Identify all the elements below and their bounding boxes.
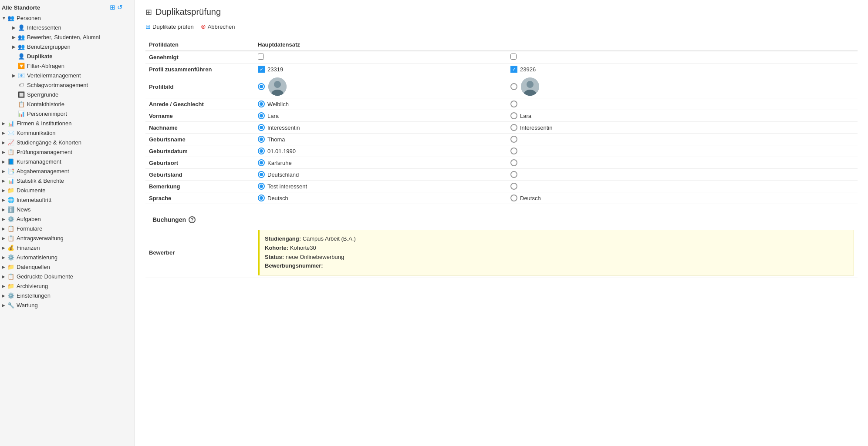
sidebar-item-interessenten[interactable]: ▶ 👤 Interessenten bbox=[0, 23, 135, 32]
radio-geburtsland-left[interactable] bbox=[258, 171, 265, 178]
sidebar-item-kontakthistorie[interactable]: 📋 Kontakthistorie bbox=[0, 99, 135, 109]
sidebar-item-personenimport[interactable]: 📊 Personenimport bbox=[0, 109, 135, 118]
collapse-all-icon[interactable]: — bbox=[125, 3, 131, 11]
antragsverwaltung-icon: 📋 bbox=[7, 234, 15, 242]
sidebar-item-dokumente[interactable]: ▶ 📁 Dokumente bbox=[0, 185, 135, 195]
sidebar-item-schlagwortmanagement[interactable]: 🏷 Schlagwortmanagement bbox=[0, 80, 135, 90]
sidebar-item-firmen[interactable]: ▶ 📊 Firmen & Institutionen bbox=[0, 118, 135, 128]
radio-vorname-right[interactable] bbox=[510, 112, 517, 119]
sidebar-item-statistik[interactable]: ▶ 📊 Statistik & Berichte bbox=[0, 176, 135, 185]
sidebar-item-datenquellen[interactable]: ▶ 📁 Datenquellen bbox=[0, 262, 135, 272]
checkbox-genehmigt-left[interactable] bbox=[258, 54, 264, 60]
sidebar-item-einstellungen[interactable]: ▶ ⚙️ Einstellungen bbox=[0, 291, 135, 300]
row-right-profilbild[interactable] bbox=[507, 75, 858, 98]
radio-vorname-left[interactable] bbox=[258, 112, 265, 119]
row-right-anrede[interactable] bbox=[507, 98, 858, 110]
status-value: neue Onlinebewerbung bbox=[286, 254, 344, 260]
row-left-sprache[interactable]: Deutsch bbox=[254, 192, 507, 204]
row-right-sprache[interactable]: Deutsch bbox=[507, 192, 858, 204]
sidebar-item-studiengaenge[interactable]: ▶ 📈 Studiengänge & Kohorten bbox=[0, 137, 135, 147]
radio-anrede-left[interactable] bbox=[258, 101, 265, 107]
row-right-geburtsland[interactable] bbox=[507, 169, 858, 181]
sidebar-item-personen[interactable]: ▼ 👥 Personen bbox=[0, 13, 135, 23]
sidebar-item-verteilermanagement[interactable]: ▶ 📧 Verteilermanagement bbox=[0, 70, 135, 80]
row-left-nachname[interactable]: Interessentin bbox=[254, 122, 507, 134]
radio-geburtsname-left[interactable] bbox=[258, 136, 265, 143]
sidebar-item-bewerber[interactable]: ▶ 👥 Bewerber, Studenten, Alumni bbox=[0, 32, 135, 42]
bookings-help-icon[interactable]: ? bbox=[189, 216, 196, 223]
row-right-profil[interactable]: ✓ 23926 bbox=[507, 64, 858, 75]
checkbox-profil-left[interactable]: ✓ bbox=[258, 66, 265, 73]
radio-geburtsname-right[interactable] bbox=[510, 136, 517, 143]
expand-arrow: ▶ bbox=[2, 274, 7, 279]
radio-profilbild-right[interactable] bbox=[510, 83, 517, 90]
sidebar-item-gedruckte-dokumente[interactable]: ▶ 📋 Gedruckte Dokumente bbox=[0, 272, 135, 281]
row-left-geburtsort[interactable]: Karlsruhe bbox=[254, 157, 507, 169]
sidebar-item-internetauftritt[interactable]: ▶ 🌐 Internetauftritt bbox=[0, 195, 135, 205]
sidebar-item-news[interactable]: ▶ ℹ️ News bbox=[0, 205, 135, 214]
sidebar-item-kursmanagement[interactable]: ▶ 📘 Kursmanagement bbox=[0, 157, 135, 166]
table-row-bemerkung: Bemerkung Test interessent bbox=[145, 181, 858, 192]
row-right-vorname[interactable]: Lara bbox=[507, 110, 858, 122]
aufgaben-icon: ⚙️ bbox=[7, 215, 15, 223]
row-right-nachname[interactable]: Interessentin bbox=[507, 122, 858, 134]
row-right-geburtsdatum[interactable] bbox=[507, 145, 858, 157]
sidebar-item-filter-abfragen[interactable]: 🔽 Filter-Abfragen bbox=[0, 61, 135, 70]
sidebar-item-label: Schlagwortmanagement bbox=[27, 82, 88, 88]
radio-geburtsort-left[interactable] bbox=[258, 159, 265, 166]
radio-profilbild-left[interactable] bbox=[258, 83, 265, 90]
radio-anrede-right[interactable] bbox=[510, 101, 517, 107]
sidebar-item-pruefungsmanagement[interactable]: ▶ 📋 Prüfungsmanagement bbox=[0, 147, 135, 157]
sidebar-item-finanzen[interactable]: ▶ 💰 Finanzen bbox=[0, 243, 135, 252]
radio-sprache-right[interactable] bbox=[510, 194, 517, 201]
abgabemanagement-icon: 📑 bbox=[7, 167, 15, 175]
row-left-geburtsland[interactable]: Deutschland bbox=[254, 169, 507, 181]
row-left-profil[interactable]: ✓ 23319 bbox=[254, 64, 507, 75]
sidebar-item-label: Wartung bbox=[17, 302, 38, 309]
expand-all-icon[interactable]: ⊞ bbox=[110, 3, 115, 11]
row-left-geburtsdatum[interactable]: 01.01.1990 bbox=[254, 145, 507, 157]
sidebar-item-automatisierung[interactable]: ▶ ⚙️ Automatisierung bbox=[0, 252, 135, 262]
row-left-bemerkung[interactable]: Test interessent bbox=[254, 181, 507, 192]
kommunikation-icon: ✉️ bbox=[7, 129, 15, 137]
sidebar-item-archivierung[interactable]: ▶ 📁 Archivierung bbox=[0, 281, 135, 291]
check-duplicates-button[interactable]: ⊞ Duplikate prüfen bbox=[145, 23, 194, 30]
sidebar-item-antragsverwaltung[interactable]: ▶ 📋 Antragsverwaltung bbox=[0, 233, 135, 243]
radio-geburtsdatum-left[interactable] bbox=[258, 148, 265, 154]
verteilermanagement-icon: 📧 bbox=[17, 71, 25, 79]
checkbox-genehmigt-right[interactable] bbox=[510, 54, 517, 60]
refresh-icon[interactable]: ↺ bbox=[117, 3, 123, 11]
row-right-geburtsname[interactable] bbox=[507, 134, 858, 145]
sidebar-item-abgabemanagement[interactable]: ▶ 📑 Abgabemanagement bbox=[0, 166, 135, 176]
row-left-geburtsname[interactable]: Thoma bbox=[254, 134, 507, 145]
radio-geburtsort-right[interactable] bbox=[510, 159, 517, 166]
row-left-vorname[interactable]: Lara bbox=[254, 110, 507, 122]
cancel-button[interactable]: ⊗ Abbrechen bbox=[201, 23, 235, 30]
row-right-geburtsort[interactable] bbox=[507, 157, 858, 169]
sidebar-item-label: Aufgaben bbox=[17, 216, 41, 222]
radio-geburtsland-right[interactable] bbox=[510, 171, 517, 178]
radio-nachname-right[interactable] bbox=[510, 124, 517, 131]
table-row-geburtsname: Geburtsname Thoma bbox=[145, 134, 858, 145]
radio-bemerkung-left[interactable] bbox=[258, 183, 265, 190]
sidebar-top-row: Alle Standorte ⊞ ↺ — bbox=[0, 2, 135, 13]
row-left-profilbild[interactable] bbox=[254, 75, 507, 98]
checkbox-profil-right[interactable]: ✓ bbox=[510, 66, 517, 73]
sidebar-item-wartung[interactable]: ▶ 🔧 Wartung bbox=[0, 300, 135, 310]
radio-bemerkung-right[interactable] bbox=[510, 183, 517, 190]
sidebar-item-duplikate[interactable]: 👤 Duplikate bbox=[0, 51, 135, 61]
row-right-genehmigt[interactable] bbox=[507, 51, 858, 64]
row-left-anrede[interactable]: Weiblich bbox=[254, 98, 507, 110]
radio-sprache-left[interactable] bbox=[258, 194, 265, 201]
row-left-genehmigt[interactable] bbox=[254, 51, 507, 64]
sidebar-item-sperrgruende[interactable]: 🔲 Sperrgrunde bbox=[0, 90, 135, 99]
row-right-bemerkung[interactable] bbox=[507, 181, 858, 192]
sidebar-item-aufgaben[interactable]: ▶ ⚙️ Aufgaben bbox=[0, 214, 135, 224]
sidebar-item-kommunikation[interactable]: ▶ ✉️ Kommunikation bbox=[0, 128, 135, 137]
radio-nachname-left[interactable] bbox=[258, 124, 265, 131]
sidebar-item-formulare[interactable]: ▶ 📋 Formulare bbox=[0, 224, 135, 233]
sidebar-item-benutzergruppen[interactable]: ▶ 👥 Benutzergruppen bbox=[0, 42, 135, 51]
table-row-geburtsland: Geburtsland Deutschland bbox=[145, 169, 858, 181]
row-label-bewerber: Bewerber bbox=[145, 228, 254, 278]
radio-geburtsdatum-right[interactable] bbox=[510, 148, 517, 154]
